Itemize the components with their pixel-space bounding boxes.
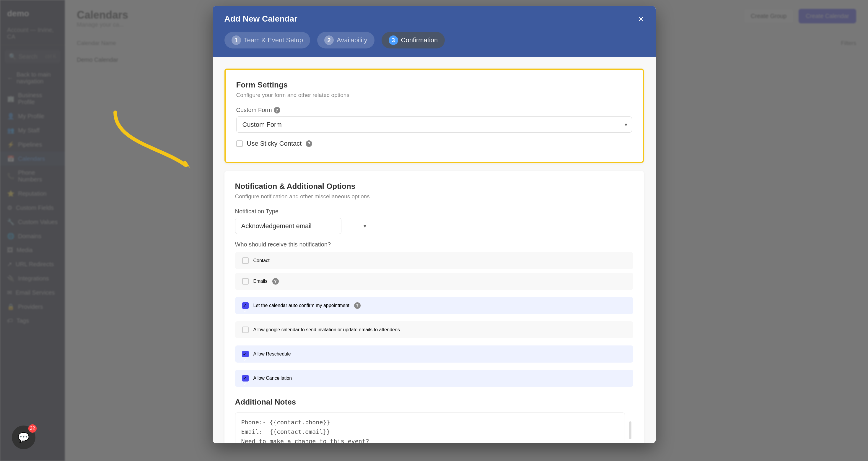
- auto-confirm-label: Let the calendar auto confirm my appoint…: [253, 303, 350, 308]
- step-2-availability[interactable]: 2 Availability: [317, 32, 374, 49]
- contact-label: Contact: [253, 258, 270, 263]
- modal-title: Add New Calendar: [224, 14, 298, 24]
- notification-subtitle: Configure notification and other miscell…: [235, 193, 633, 200]
- google-calendar-row: Allow google calendar to send invitation…: [235, 321, 633, 338]
- sticky-contact-help-icon[interactable]: ?: [306, 140, 312, 147]
- allow-cancellation-checkbox[interactable]: ✓: [242, 375, 249, 381]
- use-sticky-contact-checkbox[interactable]: [236, 140, 243, 147]
- svg-marker-0: [183, 161, 190, 168]
- form-settings-subtitle: Configure your form and other related op…: [236, 92, 632, 98]
- step-1-label: Team & Event Setup: [244, 36, 303, 44]
- step-2-number: 2: [324, 35, 334, 45]
- step-3-label: Confirmation: [401, 36, 438, 44]
- wizard-steps: 1 Team & Event Setup 2 Availability 3 Co…: [213, 32, 656, 57]
- modal-overlay: Add New Calendar × 1 Team & Event Setup …: [0, 0, 868, 461]
- arrow-annotation: [109, 106, 198, 171]
- form-settings-section: Form Settings Configure your form and ot…: [224, 68, 644, 163]
- emails-help-icon[interactable]: ?: [272, 278, 279, 285]
- auto-confirm-help-icon[interactable]: ?: [354, 302, 361, 309]
- modal-header: Add New Calendar ×: [213, 6, 656, 32]
- notification-type-chevron-icon: ▾: [364, 223, 366, 229]
- step-2-label: Availability: [337, 36, 367, 44]
- allow-reschedule-row: ✓ Allow Reschedule: [235, 345, 633, 363]
- notification-section: Notification & Additional Options Config…: [224, 171, 644, 443]
- use-sticky-contact-row: Use Sticky Contact ?: [236, 140, 632, 147]
- custom-form-select[interactable]: Custom Form Default Form: [236, 116, 632, 133]
- notification-type-wrapper: Acknowledgement email None ▾: [235, 218, 371, 234]
- emails-label: Emails: [253, 279, 268, 284]
- modal-close-button[interactable]: ×: [638, 14, 644, 24]
- chat-badge: 32: [28, 424, 37, 433]
- use-sticky-contact-label: Use Sticky Contact: [247, 140, 302, 147]
- auto-confirm-row: ✓ Let the calendar auto confirm my appoi…: [235, 297, 633, 314]
- chat-bubble[interactable]: 💬 32: [12, 426, 35, 449]
- who-receives-label: Who should receive this notification?: [235, 241, 633, 248]
- google-calendar-checkbox[interactable]: [242, 326, 249, 333]
- who-receives-section: Who should receive this notification? Co…: [235, 241, 633, 290]
- additional-notes-title: Additional Notes: [235, 398, 633, 407]
- emails-option-row: Emails ?: [235, 273, 633, 290]
- contact-checkbox[interactable]: [242, 257, 249, 264]
- custom-form-help-icon[interactable]: ?: [274, 107, 280, 113]
- step-1-team-event-setup[interactable]: 1 Team & Event Setup: [224, 32, 310, 49]
- auto-confirm-checkbox[interactable]: ✓: [242, 302, 249, 309]
- custom-form-select-wrapper: Custom Form Default Form ▾: [236, 116, 632, 133]
- allow-cancellation-label: Allow Cancellation: [253, 376, 292, 381]
- allow-cancellation-row: ✓ Allow Cancellation: [235, 370, 633, 387]
- contact-option-row: Contact: [235, 252, 633, 269]
- notification-type-label: Notification Type: [235, 208, 633, 215]
- step-3-number: 3: [389, 35, 398, 45]
- notification-type-select[interactable]: Acknowledgement email None: [235, 218, 341, 234]
- custom-form-label: Custom Form ?: [236, 107, 632, 113]
- add-calendar-modal: Add New Calendar × 1 Team & Event Setup …: [213, 6, 656, 443]
- modal-body: Form Settings Configure your form and ot…: [213, 57, 656, 443]
- step-1-number: 1: [231, 35, 241, 45]
- form-settings-title: Form Settings: [236, 80, 632, 90]
- step-3-confirmation[interactable]: 3 Confirmation: [381, 32, 445, 49]
- google-calendar-label: Allow google calendar to send invitation…: [253, 327, 400, 333]
- allow-reschedule-label: Allow Reschedule: [253, 351, 291, 357]
- notification-title: Notification & Additional Options: [235, 182, 633, 191]
- emails-checkbox[interactable]: [242, 278, 249, 285]
- additional-notes-textarea[interactable]: [235, 412, 625, 443]
- allow-reschedule-checkbox[interactable]: ✓: [242, 351, 249, 357]
- scrollbar[interactable]: [629, 422, 631, 439]
